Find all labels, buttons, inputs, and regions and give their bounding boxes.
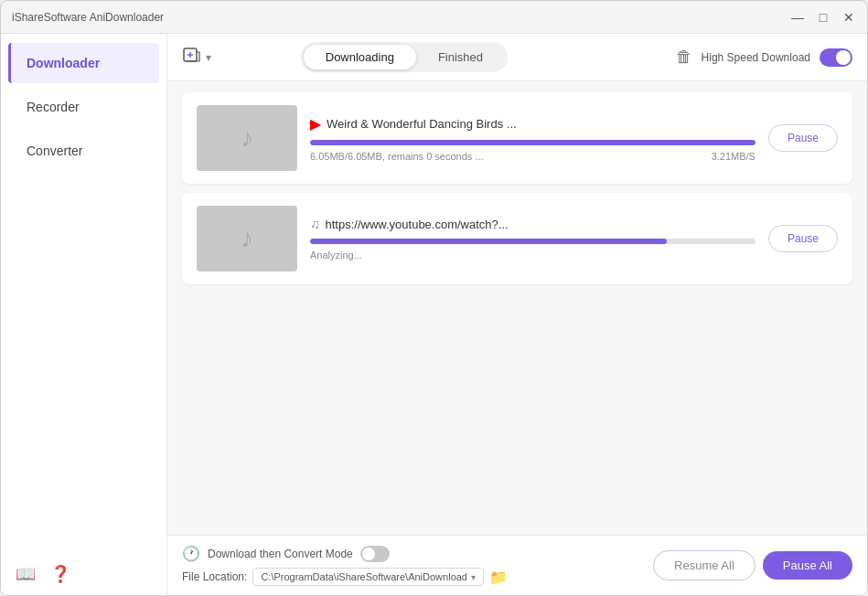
item-status-text-1: 6.05MB/6.05MB, remains 0 seconds ... xyxy=(310,151,484,162)
file-location-row: File Location: C:\ProgramData\iShareSoft… xyxy=(182,568,644,586)
convert-mode-text: Download then Convert Mode xyxy=(208,548,353,560)
bottom-bar: 🕐 Download then Convert Mode File Locati… xyxy=(167,535,867,595)
title-bar: iShareSoftware AniDownloader — □ ✕ xyxy=(1,1,867,34)
close-button[interactable]: ✕ xyxy=(841,10,856,25)
item-info-2: ♫ https://www.youtube.com/watch?... Anal… xyxy=(310,217,755,261)
item-title-text-1: Weird & Wonderful Dancing Birds ... xyxy=(327,117,517,131)
music-icon-2: ♫ xyxy=(310,217,320,231)
high-speed-toggle[interactable] xyxy=(820,48,852,67)
add-download-button[interactable]: ▾ xyxy=(182,45,211,69)
item-title-row-1: ▶ Weird & Wonderful Dancing Birds ... xyxy=(310,115,755,133)
item-title-row-2: ♫ https://www.youtube.com/watch?... xyxy=(310,217,755,231)
file-path-selector[interactable]: C:\ProgramData\iShareSoftware\AniDownloa… xyxy=(252,568,484,586)
tab-switcher: Downloading Finished xyxy=(301,42,508,72)
download-item: ♪ ▶ Weird & Wonderful Dancing Birds ... … xyxy=(182,92,852,184)
add-icon xyxy=(182,45,202,69)
progress-bar-bg-2 xyxy=(310,239,755,244)
resume-all-button[interactable]: Resume All xyxy=(653,550,755,580)
pause-all-button[interactable]: Pause All xyxy=(763,551,852,580)
item-analyzing-text: Analyzing... xyxy=(310,250,362,261)
item-speed-1: 3.21MB/S xyxy=(712,151,755,162)
download-item-2: ♪ ♫ https://www.youtube.com/watch?... An… xyxy=(182,193,852,284)
tab-finished[interactable]: Finished xyxy=(416,45,505,69)
sidebar-item-downloader[interactable]: Downloader xyxy=(8,43,159,83)
help-icon[interactable]: ❓ xyxy=(50,564,70,584)
open-folder-icon[interactable]: 📁 xyxy=(489,569,508,586)
convert-mode-row: 🕐 Download then Convert Mode xyxy=(182,545,644,562)
music-note-icon: ♪ xyxy=(241,123,253,153)
file-location-label: File Location: xyxy=(182,570,247,583)
app-body: Downloader Recorder Converter 📖 ❓ xyxy=(1,34,867,595)
book-icon[interactable]: 📖 xyxy=(16,564,36,584)
progress-bar-fill-1 xyxy=(310,140,755,145)
progress-bar-bg-1 xyxy=(310,140,755,145)
toolbar: ▾ Downloading Finished 🗑 High Speed Down… xyxy=(167,34,867,81)
trash-icon[interactable]: 🗑 xyxy=(676,48,692,67)
sidebar-item-recorder[interactable]: Recorder xyxy=(8,87,159,127)
youtube-icon-1: ▶ xyxy=(310,115,321,133)
sidebar-bottom: 📖 ❓ xyxy=(1,553,166,595)
item-info-1: ▶ Weird & Wonderful Dancing Birds ... 6.… xyxy=(310,115,755,162)
toolbar-right: 🗑 High Speed Download xyxy=(676,48,852,67)
convert-mode-toggle[interactable] xyxy=(360,546,390,562)
pause-button-1[interactable]: Pause xyxy=(768,124,838,152)
bottom-action-buttons: Resume All Pause All xyxy=(653,550,852,580)
add-chevron-icon: ▾ xyxy=(206,51,211,64)
thumbnail-1: ♪ xyxy=(197,105,297,171)
maximize-button[interactable]: □ xyxy=(816,10,830,25)
download-list: ♪ ▶ Weird & Wonderful Dancing Birds ... … xyxy=(167,81,867,535)
item-status-2: Analyzing... xyxy=(310,250,755,261)
item-title-text-2: https://www.youtube.com/watch?... xyxy=(326,218,509,231)
music-note-icon-2: ♪ xyxy=(241,224,253,253)
file-path-text: C:\ProgramData\iShareSoftware\AniDownloa… xyxy=(261,571,467,582)
high-speed-label: High Speed Download xyxy=(702,51,810,64)
app-title: iShareSoftware AniDownloader xyxy=(12,11,164,24)
thumbnail-2: ♪ xyxy=(197,206,297,271)
content-area: ▾ Downloading Finished 🗑 High Speed Down… xyxy=(167,34,867,595)
clock-icon: 🕐 xyxy=(182,545,200,562)
pause-button-2[interactable]: Pause xyxy=(768,225,838,252)
item-status-1: 6.05MB/6.05MB, remains 0 seconds ... 3.2… xyxy=(310,151,755,162)
window-controls: — □ ✕ xyxy=(790,10,856,25)
sidebar: Downloader Recorder Converter 📖 ❓ xyxy=(1,34,167,595)
minimize-button[interactable]: — xyxy=(790,10,805,25)
progress-bar-fill-2 xyxy=(310,239,667,244)
sidebar-item-converter[interactable]: Converter xyxy=(8,131,159,171)
tab-downloading[interactable]: Downloading xyxy=(304,45,416,69)
file-path-chevron-icon: ▾ xyxy=(471,572,476,582)
